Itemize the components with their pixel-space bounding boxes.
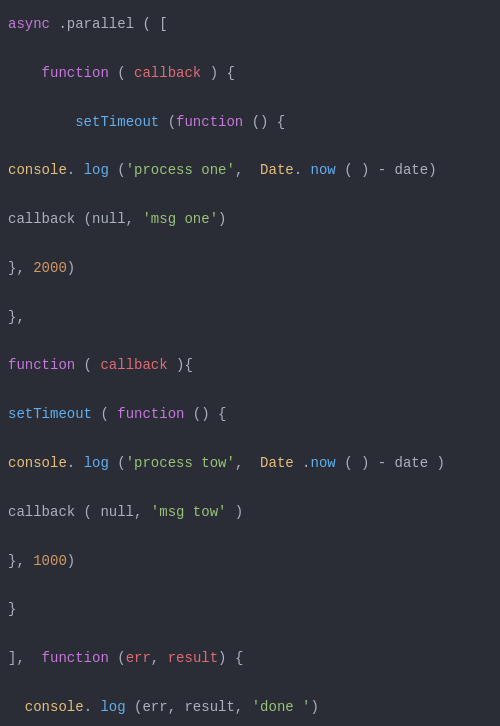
code-editor: async .parallel ( [ function ( callback … [0, 0, 500, 726]
code-line-30 [8, 719, 492, 726]
code-line-4 [8, 85, 492, 109]
code-line-14 [8, 329, 492, 353]
code-line-22 [8, 524, 492, 548]
code-line-27: ], function (err, result) { [8, 646, 492, 670]
code-line-3: function ( callback ) { [8, 61, 492, 85]
code-line-20 [8, 475, 492, 499]
code-line-29: console. log (err, result, 'done ') [8, 695, 492, 719]
code-line-1: async .parallel ( [ [8, 12, 492, 36]
code-line-8 [8, 183, 492, 207]
code-line-18 [8, 427, 492, 451]
code-line-17: setTimeout ( function () { [8, 402, 492, 426]
code-line-5: setTimeout (function () { [8, 110, 492, 134]
code-line-6 [8, 134, 492, 158]
code-line-10 [8, 232, 492, 256]
code-line-26 [8, 622, 492, 646]
code-line-25: } [8, 597, 492, 621]
code-line-24 [8, 573, 492, 597]
code-line-15: function ( callback ){ [8, 353, 492, 377]
code-line-16 [8, 378, 492, 402]
code-line-9: callback (null, 'msg one') [8, 207, 492, 231]
code-line-12 [8, 280, 492, 304]
code-line-11: }, 2000) [8, 256, 492, 280]
code-line-21: callback ( null, 'msg tow' ) [8, 500, 492, 524]
code-line-7: console. log ('process one', Date. now (… [8, 158, 492, 182]
code-line-28 [8, 671, 492, 695]
code-line-2 [8, 36, 492, 60]
code-line-13: }, [8, 305, 492, 329]
code-line-19: console. log ('process tow', Date .now (… [8, 451, 492, 475]
code-line-23: }, 1000) [8, 549, 492, 573]
